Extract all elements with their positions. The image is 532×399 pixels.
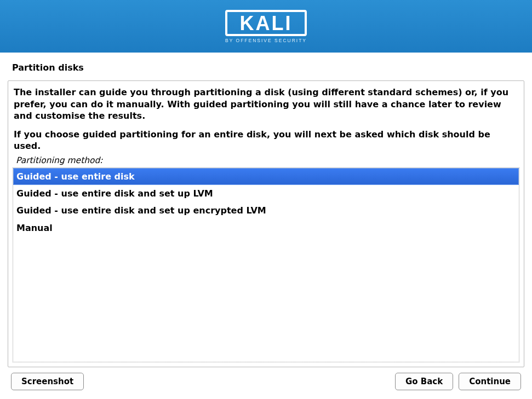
intro-paragraph-1: The installer can guide you through part… <box>14 86 518 122</box>
logo-box: KALI <box>225 10 307 36</box>
partitioning-method-label: Partitioning method: <box>16 155 520 165</box>
option-guided-entire-disk[interactable]: Guided - use entire disk <box>13 168 519 185</box>
content-area: Partition disks The installer can guide … <box>0 53 532 390</box>
option-manual[interactable]: Manual <box>13 219 519 236</box>
option-guided-encrypted-lvm[interactable]: Guided - use entire disk and set up encr… <box>13 202 519 219</box>
partitioning-method-listbox[interactable]: Guided - use entire disk Guided - use en… <box>13 167 519 362</box>
main-panel: The installer can guide you through part… <box>8 80 524 367</box>
kali-logo: KALI BY OFFENSIVE SECURITY <box>225 10 307 43</box>
logo-text: KALI <box>235 14 297 33</box>
footer-spacer <box>89 373 390 390</box>
logo-tagline: BY OFFENSIVE SECURITY <box>225 38 307 43</box>
intro-paragraph-2: If you choose guided partitioning for an… <box>14 129 518 152</box>
banner: KALI BY OFFENSIVE SECURITY <box>0 0 532 53</box>
continue-button[interactable]: Continue <box>459 373 521 390</box>
option-guided-lvm[interactable]: Guided - use entire disk and set up LVM <box>13 185 519 202</box>
page-title: Partition disks <box>12 62 524 73</box>
go-back-button[interactable]: Go Back <box>395 373 453 390</box>
screenshot-button[interactable]: Screenshot <box>11 373 84 390</box>
footer-bar: Screenshot Go Back Continue <box>8 367 524 390</box>
